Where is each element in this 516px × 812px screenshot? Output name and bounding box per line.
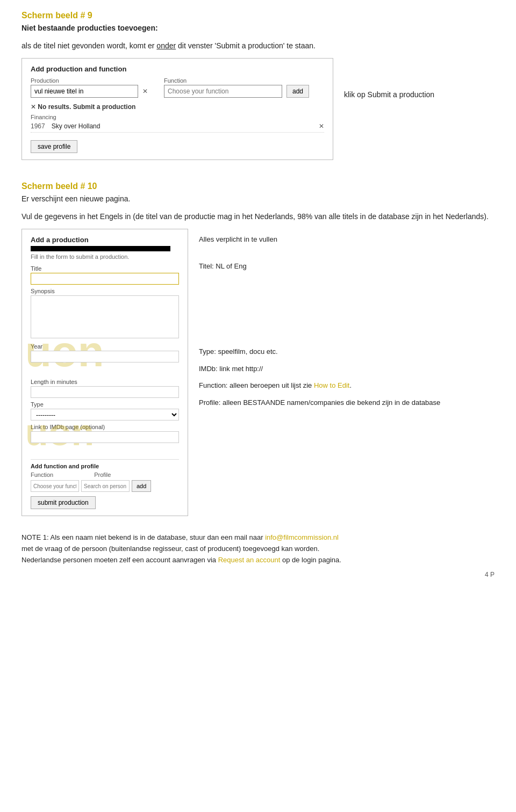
remove-financing-icon[interactable]: ✕ [319,122,324,130]
add-function-box: Add function and profile Function Profil… [31,459,179,492]
imdb-input[interactable] [31,431,179,443]
save-profile-button[interactable]: save profile [31,140,77,153]
ui-box-title: Add production and function [31,65,324,73]
add-production-box: Add a production Fill in the form to sub… [22,229,188,516]
form-title: Add a production [31,236,179,244]
title-input[interactable] [31,273,179,285]
function-profile-row: add [31,480,179,492]
annotation-text: klik op Submit a production [344,90,434,99]
note-paragraph: NOTE 1: Als een naam niet bekend is in d… [22,532,494,566]
length-input[interactable] [31,386,179,398]
screen9-subtitle: Niet bestaande producties toevoegen: [22,23,494,34]
form-subtitle: Fill in the form to submit a production. [31,253,179,260]
request-account-link[interactable]: Request an account [218,556,281,564]
screen10-annotations: Alles verplicht in te vullen Titel: NL o… [199,234,494,414]
annotation-title: Titel: NL of Eng [199,261,494,272]
production-input[interactable] [31,85,138,98]
how-to-edit-link[interactable]: How to Edit [314,381,349,389]
add-button[interactable]: add [286,85,309,98]
screen10-subtitle: Er verschijnt een nieuwe pagina. [22,193,494,205]
financing-year: 1967 [31,122,45,130]
screen9-annotation: klik op Submit a production [344,90,434,99]
annotation-profile: Profile: alleen BESTAANDE namen/companie… [199,397,494,408]
add-function-button[interactable]: add [132,480,151,492]
submit-production-link[interactable]: No results. Submit a production [38,103,135,111]
screen9-title: Scherm beeld # 9 [22,11,494,20]
profile-col-label: Profile [94,472,111,478]
screen10-intro: Vul de gegevens in het Engels in (de tit… [22,211,494,222]
type-label: Type [31,401,179,408]
profile-input[interactable] [81,480,130,492]
production-col: Production ✕ [31,77,148,101]
type-select[interactable]: --------- [31,409,179,421]
screen10-content: Add a production Fill in the form to sub… [22,229,494,516]
financing-label: Financing [31,114,324,120]
financing-row: 1967 Sky over Holland ✕ [31,122,324,133]
synopsis-label: Synopsis [31,288,179,294]
email-link[interactable]: info@filmcommission.nl [265,533,339,541]
annotation-function: Function: alleen beroepen uit lijst zie … [199,380,494,391]
synopsis-textarea[interactable] [31,295,179,338]
function-select[interactable] [31,480,79,492]
screen9-ui-box: Add production and function Production ✕… [22,58,333,160]
annotation-type: Type: speelfilm, docu etc. [199,346,494,357]
length-label: Length in minutes [31,379,179,385]
black-bar-decoration [31,246,170,251]
year-wrapper: Year uon [31,343,179,363]
annotation-imdb: IMDb: link met http:// [199,364,494,374]
screen9-intro: als de titel niet gevonden wordt, komt e… [22,40,494,52]
year-input[interactable] [31,351,179,363]
submit-production-button[interactable]: submit production [31,496,96,509]
financing-title: Sky over Holland [52,122,312,130]
screen10-section: Scherm beeld # 10 Er verschijnt een nieu… [22,182,494,516]
clear-production-icon[interactable]: ✕ [142,88,148,95]
function-col-label: Function [31,472,53,478]
annotation-all: Alles verplicht in te vullen [199,234,494,245]
note-section: NOTE 1: Als een naam niet bekend is in d… [22,532,494,566]
function-col: Function add [164,77,309,101]
add-function-title: Add function and profile [31,463,179,469]
production-label: Production [31,77,148,84]
function-input[interactable] [164,85,282,98]
year-label: Year [31,343,179,350]
no-results-text: ✕ No results. Submit a production [31,103,324,111]
imdb-label: Link to IMDb page (optional) [31,424,179,430]
function-label: Function [164,77,309,84]
page-number: 4 P [22,571,494,578]
screen10-title: Scherm beeld # 10 [22,182,494,191]
screen9-section: Scherm beeld # 9 Niet bestaande producti… [22,11,494,165]
title-label: Title [31,265,179,272]
